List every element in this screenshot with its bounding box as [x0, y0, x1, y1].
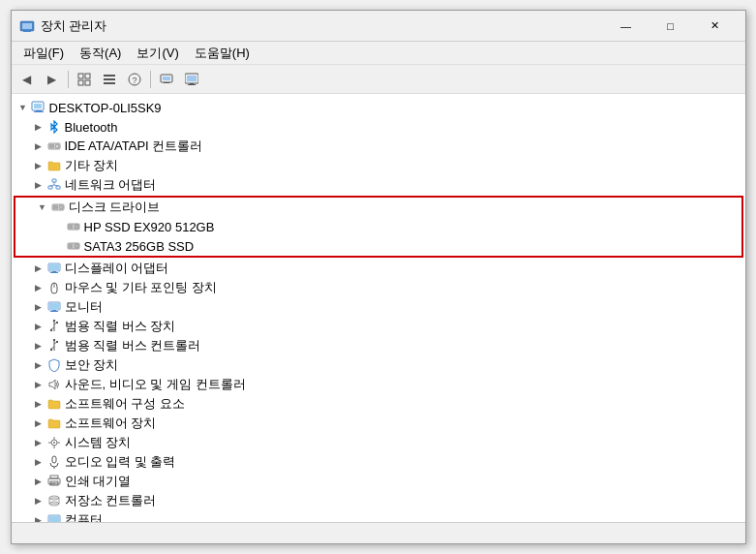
- svg-rect-2: [24, 30, 30, 31]
- toolbar-forward[interactable]: ▶: [41, 68, 64, 91]
- sw-dev-expand-icon: ▶: [31, 416, 46, 431]
- network-label: 네트워크 어댑터: [65, 176, 157, 194]
- svg-rect-22: [36, 110, 42, 111]
- sw-dev-icon: [46, 416, 62, 431]
- audio-expand-icon: ▶: [31, 454, 46, 470]
- svg-rect-1: [22, 23, 32, 29]
- root-expand-icon: ▼: [15, 100, 31, 115]
- tree-item-audio[interactable]: ▶ 오디오 입력 및 출력: [12, 452, 745, 472]
- svg-rect-42: [69, 244, 73, 248]
- svg-point-36: [60, 206, 61, 207]
- sw-comp-icon: [46, 396, 62, 412]
- system-icon: [46, 435, 62, 450]
- tree-item-sw-comp[interactable]: ▶ 소프트웨어 구성 요소: [12, 394, 745, 414]
- tree-item-system[interactable]: ▶ 시스템 장치: [12, 433, 745, 452]
- tree-root[interactable]: ▼ DESKTOP-0LI5SK9: [12, 98, 745, 117]
- disk1-icon: [66, 219, 81, 234]
- sound-expand-icon: ▶: [31, 377, 46, 392]
- title-bar-icon: [19, 18, 35, 34]
- tree-item-mouse[interactable]: ▶ 마우스 및 기타 포인팅 장치: [12, 278, 745, 297]
- toolbar-grid[interactable]: [73, 68, 96, 91]
- svg-rect-8: [104, 75, 115, 77]
- toolbar-device[interactable]: [155, 68, 178, 91]
- tree-item-usb-ctrl[interactable]: ▶ 범용 직렬 버스 컨트롤러: [12, 336, 745, 355]
- svg-rect-38: [69, 225, 73, 229]
- disk-expand-icon: ▼: [35, 200, 50, 215]
- monitor-icon: [46, 299, 62, 315]
- tree-item-monitor[interactable]: ▶ 모니터: [12, 297, 745, 317]
- svg-rect-3: [23, 31, 31, 32]
- maximize-button[interactable]: □: [649, 11, 693, 42]
- svg-point-64: [49, 349, 51, 351]
- security-icon: [46, 357, 62, 373]
- tree-item-sw-dev[interactable]: ▶ 소프트웨어 장치: [12, 414, 745, 433]
- svg-point-59: [52, 320, 54, 322]
- system-label: 시스템 장치: [65, 434, 132, 451]
- ide-label: IDE ATA/ATAPI 컨트롤러: [65, 138, 203, 155]
- svg-line-31: [50, 185, 54, 186]
- ide-icon: [46, 138, 62, 154]
- system-expand-icon: ▶: [31, 435, 46, 450]
- svg-rect-25: [49, 144, 54, 148]
- tree-item-computer[interactable]: ▶ 컴퓨터: [12, 510, 745, 522]
- toolbar-monitor[interactable]: [180, 68, 203, 91]
- tree-item-bluetooth[interactable]: ▶ Bluetooth: [12, 117, 745, 137]
- computer-label: 컴퓨터: [65, 511, 103, 522]
- toolbar-list[interactable]: [98, 68, 121, 91]
- device-tree[interactable]: ▼ DESKTOP-0LI5SK9 ▶: [12, 94, 745, 522]
- display-label: 디스플레이 어댑터: [65, 260, 169, 277]
- menu-bar: 파일(F) 동작(A) 보기(V) 도움말(H): [12, 42, 745, 65]
- svg-rect-48: [50, 272, 58, 273]
- svg-rect-29: [56, 186, 60, 189]
- tree-item-ide[interactable]: ▶ IDE ATA/ATAPI 컨트롤러: [12, 137, 745, 156]
- menu-view[interactable]: 보기(V): [129, 42, 186, 64]
- svg-rect-51: [49, 303, 59, 309]
- device-manager-window: 장치 관리자 — □ ✕ 파일(F) 동작(A) 보기(V) 도움말(H) ◀ …: [11, 10, 746, 544]
- tree-item-sound[interactable]: ▶ 사운드, 비디오 및 게임 컨트롤러: [12, 375, 745, 394]
- root-computer-icon: [31, 100, 46, 115]
- svg-rect-6: [78, 80, 83, 85]
- tree-item-usb-dev[interactable]: ▶ 범용 직렬 버스 장치: [12, 317, 745, 336]
- tree-item-storage[interactable]: ▶ 저장소 컨트롤러: [12, 491, 745, 510]
- mouse-icon: [46, 280, 62, 295]
- svg-rect-28: [48, 186, 52, 189]
- root-label: DESKTOP-0LI5SK9: [49, 101, 162, 115]
- toolbar-back[interactable]: ◀: [15, 68, 39, 91]
- tree-item-network[interactable]: ▶ 네트워크 어댑터: [12, 175, 745, 195]
- svg-rect-18: [190, 83, 194, 84]
- audio-label: 오디오 입력 및 출력: [65, 453, 176, 471]
- tree-item-disk2[interactable]: SATA3 256GB SSD: [15, 236, 741, 256]
- bluetooth-expand-icon: ▶: [31, 119, 46, 135]
- network-expand-icon: ▶: [31, 177, 46, 193]
- tree-item-other[interactable]: ▶ 기타 장치: [12, 156, 745, 175]
- svg-text:?: ?: [132, 76, 136, 85]
- close-button[interactable]: ✕: [693, 11, 738, 42]
- svg-point-58: [49, 329, 51, 331]
- disk2-expand-icon: [50, 238, 66, 254]
- menu-help[interactable]: 도움말(H): [187, 42, 257, 64]
- monitor-expand-icon: ▶: [31, 299, 46, 315]
- menu-action[interactable]: 동작(A): [72, 42, 129, 64]
- toolbar-separator-1: [68, 71, 69, 88]
- minimize-button[interactable]: —: [604, 11, 649, 42]
- tree-item-printer[interactable]: ▶ 인쇄 대기열: [12, 472, 745, 491]
- disk2-icon: [66, 238, 81, 254]
- ide-expand-icon: ▶: [31, 138, 46, 154]
- tree-item-display[interactable]: ▶ 디스플레이 어댑터: [12, 259, 745, 278]
- mouse-label: 마우스 및 기타 포인팅 장치: [65, 279, 217, 296]
- tree-item-security[interactable]: ▶ 보안 장치: [12, 355, 745, 375]
- svg-point-44: [76, 245, 76, 246]
- menu-file[interactable]: 파일(F): [15, 42, 73, 64]
- usb-dev-expand-icon: ▶: [31, 319, 46, 334]
- svg-marker-66: [49, 380, 55, 389]
- security-label: 보안 장치: [65, 356, 119, 374]
- usb-ctrl-label: 범용 직렬 버스 컨트롤러: [65, 337, 201, 354]
- tree-item-disk[interactable]: ▼ 디스크 드라이브: [15, 198, 741, 217]
- toolbar-help[interactable]: ?: [123, 68, 146, 91]
- storage-expand-icon: ▶: [31, 493, 46, 508]
- svg-rect-79: [50, 483, 55, 484]
- status-bar: [12, 522, 745, 543]
- tree-item-disk1[interactable]: HP SSD EX920 512GB: [15, 217, 741, 236]
- svg-rect-19: [188, 84, 196, 85]
- title-bar: 장치 관리자 — □ ✕: [12, 11, 745, 42]
